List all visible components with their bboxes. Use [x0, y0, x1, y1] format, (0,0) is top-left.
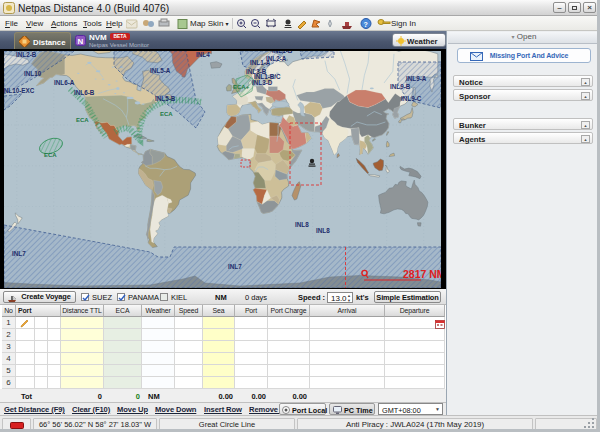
svg-text:2817 NM: 2817 NM	[403, 268, 441, 280]
svg-text:INL10: INL10	[24, 70, 42, 77]
svg-text:INL3-D: INL3-D	[252, 79, 273, 86]
svg-text:INL7: INL7	[228, 263, 242, 270]
svg-text:ECA: ECA	[76, 117, 89, 123]
svg-text:INL9-A: INL9-A	[406, 75, 427, 82]
svg-text:INL1-B: INL1-B	[272, 51, 293, 54]
svg-text:INL6-B: INL6-B	[74, 89, 95, 96]
svg-text:ECA+: ECA+	[233, 84, 250, 90]
svg-text:INL9-C: INL9-C	[401, 95, 422, 102]
svg-text:INL7: INL7	[12, 250, 26, 257]
svg-text:INL9-B: INL9-B	[390, 83, 411, 90]
svg-text:ECA: ECA	[160, 111, 173, 117]
svg-text:INL8: INL8	[295, 221, 309, 228]
svg-text:?: ?	[364, 21, 368, 28]
svg-text:ECA: ECA	[44, 152, 57, 158]
svg-text:N: N	[78, 37, 84, 46]
svg-text:INL5-B: INL5-B	[155, 95, 176, 102]
svg-text:INL1-A: INL1-A	[250, 59, 271, 66]
svg-text:INL4: INL4	[196, 51, 210, 58]
svg-text:INL5-A: INL5-A	[150, 67, 171, 74]
svg-text:INL2-B: INL2-B	[16, 51, 37, 58]
svg-text:INL10-EXC: INL10-EXC	[4, 87, 35, 94]
svg-text:INL8: INL8	[316, 227, 330, 234]
svg-text:INL6-A: INL6-A	[54, 79, 75, 86]
